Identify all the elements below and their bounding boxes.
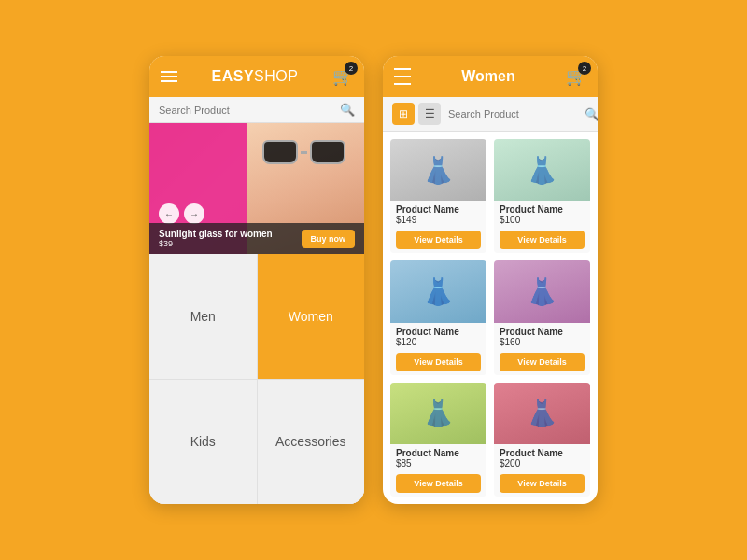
phone2-header: Women 🛒 2 bbox=[383, 56, 598, 97]
product-card-2: 👗 Product Name $100 View Details bbox=[494, 139, 590, 253]
product-price-4: $160 bbox=[500, 337, 585, 347]
phone2-search-icon[interactable]: 🔍 bbox=[585, 107, 598, 121]
search-icon[interactable]: 🔍 bbox=[340, 103, 355, 117]
product-image-1: 👗 bbox=[390, 139, 486, 201]
phone2-hamburger-icon[interactable] bbox=[394, 68, 411, 85]
banner-text: Sunlight glass for women $39 bbox=[159, 229, 273, 248]
phone1-header: EASYSHOP 🛒 2 bbox=[149, 56, 364, 97]
product-price-2: $100 bbox=[500, 215, 585, 225]
product-info-5: Product Name $85 View Details bbox=[390, 444, 486, 497]
product-image-2: 👗 bbox=[494, 139, 590, 201]
phone2-cart-badge: 2 bbox=[578, 62, 591, 75]
title-shop: SHOP bbox=[254, 68, 298, 84]
product-name-4: Product Name bbox=[500, 327, 585, 337]
cart-button[interactable]: 🛒 2 bbox=[332, 66, 353, 87]
category-kids[interactable]: Kids bbox=[149, 380, 257, 505]
product-card-5: 👗 Product Name $85 View Details bbox=[390, 383, 486, 497]
product-card-6: 👗 Product Name $200 View Details bbox=[494, 383, 590, 497]
buy-now-button[interactable]: Buy now bbox=[302, 230, 356, 248]
cart-badge: 2 bbox=[345, 62, 358, 75]
view-details-button-3[interactable]: View Details bbox=[396, 353, 481, 371]
sunglasses-visual bbox=[262, 140, 345, 164]
banner-area: ← → Sunlight glass for women $39 Buy now bbox=[149, 123, 364, 254]
phone2-search-bar: ⊞ ☰ 🔍 bbox=[383, 97, 598, 132]
category-women[interactable]: Women bbox=[258, 254, 365, 379]
phone-2: Women 🛒 2 ⊞ ☰ 🔍 👗 Product Name bbox=[383, 56, 598, 504]
search-input[interactable] bbox=[159, 105, 340, 116]
product-info-3: Product Name $120 View Details bbox=[390, 323, 486, 375]
product-price-5: $85 bbox=[396, 458, 481, 469]
product-info-2: Product Name $100 View Details bbox=[494, 201, 590, 253]
hamburger-menu-icon[interactable] bbox=[161, 71, 177, 82]
view-toggle: ⊞ ☰ bbox=[392, 103, 441, 125]
product-info-4: Product Name $160 View Details bbox=[494, 323, 590, 375]
view-details-button-6[interactable]: View Details bbox=[500, 474, 585, 493]
product-card-3: 👗 Product Name $120 View Details bbox=[390, 260, 486, 374]
view-details-button-5[interactable]: View Details bbox=[396, 474, 481, 493]
banner-overlay: Sunlight glass for women $39 Buy now bbox=[149, 223, 364, 254]
product-name-1: Product Name bbox=[396, 204, 481, 215]
product-card-4: 👗 Product Name $160 View Details bbox=[494, 260, 590, 374]
product-info-1: Product Name $149 View Details bbox=[390, 201, 486, 253]
product-price-6: $200 bbox=[500, 458, 585, 469]
banner-nav-arrows: ← → bbox=[159, 203, 204, 224]
product-image-3: 👗 bbox=[390, 260, 486, 322]
phone2-title: Women bbox=[461, 68, 514, 85]
category-grid: Men Women Kids Accessories bbox=[149, 254, 364, 504]
phone2-cart-button[interactable]: 🛒 2 bbox=[566, 66, 586, 87]
product-card-1: 👗 Product Name $149 View Details bbox=[390, 139, 486, 253]
product-name-2: Product Name bbox=[500, 204, 585, 215]
product-info-6: Product Name $200 View Details bbox=[494, 444, 590, 497]
product-image-5: 👗 bbox=[390, 383, 486, 444]
phones-container: EASYSHOP 🛒 2 🔍 bbox=[149, 56, 598, 504]
product-name-3: Product Name bbox=[396, 327, 481, 337]
view-details-button-1[interactable]: View Details bbox=[396, 231, 481, 249]
product-image-4: 👗 bbox=[494, 260, 590, 322]
search-bar: 🔍 bbox=[149, 97, 364, 123]
product-price-3: $120 bbox=[396, 337, 481, 347]
banner-title: Sunlight glass for women bbox=[159, 229, 273, 239]
products-grid: 👗 Product Name $149 View Details 👗 Produ… bbox=[383, 132, 598, 504]
next-arrow[interactable]: → bbox=[184, 203, 204, 224]
product-price-1: $149 bbox=[396, 215, 481, 225]
app-title: EASYSHOP bbox=[212, 68, 299, 85]
product-name-6: Product Name bbox=[500, 448, 585, 458]
prev-arrow[interactable]: ← bbox=[159, 203, 179, 224]
list-view-button[interactable]: ☰ bbox=[418, 103, 441, 125]
phone-1: EASYSHOP 🛒 2 🔍 bbox=[149, 56, 364, 504]
category-men[interactable]: Men bbox=[149, 254, 257, 379]
phone2-search-input[interactable] bbox=[448, 108, 577, 119]
product-image-6: 👗 bbox=[494, 383, 590, 444]
product-name-5: Product Name bbox=[396, 448, 481, 458]
banner-price: $39 bbox=[159, 239, 273, 248]
category-accessories[interactable]: Accessories bbox=[258, 380, 365, 505]
view-details-button-2[interactable]: View Details bbox=[500, 231, 585, 249]
view-details-button-4[interactable]: View Details bbox=[500, 353, 585, 371]
grid-view-button[interactable]: ⊞ bbox=[392, 103, 415, 125]
title-easy: EASY bbox=[212, 68, 255, 84]
